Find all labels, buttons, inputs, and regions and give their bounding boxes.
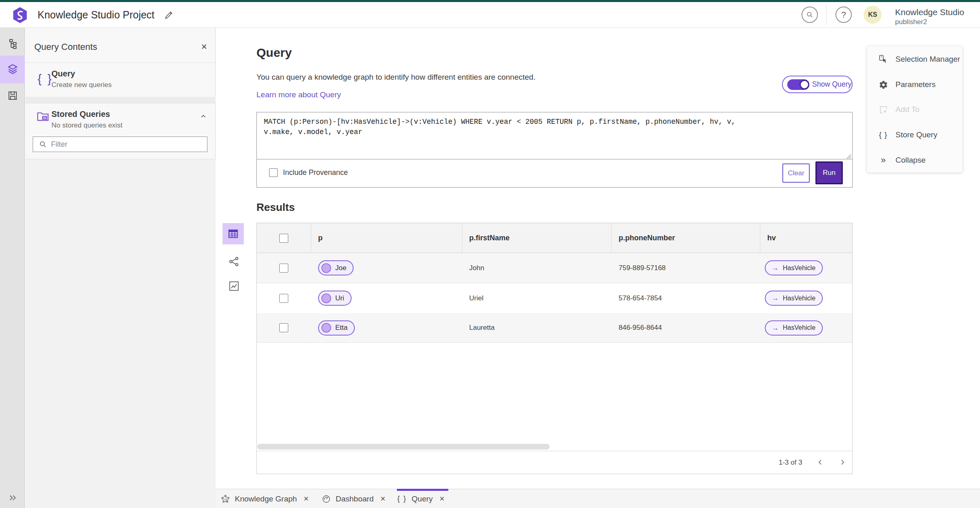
expand-panel-button[interactable]	[0, 493, 25, 502]
network-icon	[228, 256, 240, 267]
include-provenance-label: Include Provenance	[283, 168, 348, 177]
results-heading: Results	[256, 201, 295, 214]
hasvehicle-pill[interactable]: →HasVehicle	[765, 320, 823, 336]
column-header-firstname[interactable]: p.firstName	[469, 223, 510, 253]
filter-input[interactable]	[51, 140, 198, 149]
add-to-icon	[878, 104, 889, 115]
next-page-button[interactable]	[835, 455, 850, 470]
row-checkbox[interactable]	[279, 313, 288, 342]
query-page-title: Query	[256, 46, 292, 60]
arrow-right-icon: →	[771, 324, 779, 332]
table-row[interactable]: Etta Lauretta 846-956-8644 →HasVehicle	[257, 313, 852, 343]
toggle-knob	[800, 80, 809, 90]
close-tab-icon[interactable]: ✕	[303, 495, 309, 503]
panel-item-stored-queries[interactable]: Stored Queries No stored queries exist	[25, 103, 216, 131]
knowledge-studio-app: Knowledge Studio Project ? KS Knowledge …	[0, 0, 980, 508]
search-icon	[806, 11, 814, 19]
hierarchy-icon	[7, 39, 18, 50]
arrow-right-icon: →	[771, 294, 779, 302]
arrow-right-icon: →	[771, 264, 779, 272]
knowledge-graph-icon	[221, 495, 230, 504]
store-query-item[interactable]: { } Store Query	[867, 125, 962, 145]
learn-more-link[interactable]: Learn more about Query	[256, 90, 341, 99]
help-button[interactable]: ?	[835, 7, 852, 23]
project-title: Knowledge Studio Project	[38, 2, 154, 28]
edit-title-icon[interactable]	[163, 10, 174, 20]
page-range: 1-3 of 3	[779, 459, 802, 467]
panel-item-query-title: Query	[51, 69, 75, 78]
close-tab-icon[interactable]: ✕	[380, 495, 385, 503]
hasvehicle-pill[interactable]: →HasVehicle	[765, 291, 823, 306]
hasvehicle-pill[interactable]: →HasVehicle	[765, 260, 823, 275]
query-main-area: Query You can query a knowledge graph to…	[216, 28, 980, 489]
collapse-item[interactable]: » Collapse	[867, 150, 962, 170]
resize-grip-icon[interactable]	[846, 154, 851, 159]
view-chart-button[interactable]	[228, 280, 240, 292]
chevron-up-icon[interactable]	[199, 112, 208, 121]
person-pill[interactable]: Joe	[318, 260, 354, 275]
dashboard-icon	[322, 495, 331, 504]
query-textarea[interactable]: MATCH (p:Person)-[hv:HasVehicle]->(v:Veh…	[264, 117, 845, 137]
horizontal-scrollbar[interactable]	[257, 444, 550, 450]
person-pill[interactable]: Uri	[318, 291, 352, 306]
tab-dashboard[interactable]: Dashboard ✕	[322, 489, 385, 508]
node-dot-icon	[321, 323, 331, 333]
rail-save-button[interactable]	[0, 85, 25, 106]
divider	[257, 159, 852, 159]
node-dot-icon	[321, 263, 331, 273]
tab-query[interactable]: { } Query ✕	[397, 489, 445, 508]
query-description: You can query a knowledge graph to ident…	[256, 73, 535, 82]
column-header-p[interactable]: p	[318, 223, 323, 253]
search-button[interactable]	[802, 7, 818, 23]
chevron-right-icon	[839, 459, 846, 466]
panel-item-stored-subtitle: No stored queries exist	[51, 121, 122, 130]
app-header: Knowledge Studio Project ? KS Knowledge …	[0, 2, 980, 28]
clear-button[interactable]: Clear	[782, 163, 810, 183]
avatar[interactable]: KS	[864, 6, 882, 24]
panel-item-stored-title: Stored Queries	[51, 110, 110, 119]
view-network-button[interactable]	[228, 256, 240, 267]
row-checkbox[interactable]	[279, 283, 288, 313]
run-button[interactable]: Run	[815, 161, 843, 184]
view-table-button[interactable]	[223, 223, 244, 244]
pagination-bar: 1-3 of 3	[257, 451, 852, 474]
select-all-checkbox[interactable]	[279, 223, 288, 253]
show-query-toggle[interactable]: Show Query	[782, 76, 853, 93]
prev-page-button[interactable]	[813, 455, 828, 470]
parameters-item[interactable]: Parameters	[867, 75, 962, 94]
rail-hierarchy-button[interactable]	[0, 34, 25, 55]
column-header-hv[interactable]: hv	[767, 223, 776, 253]
person-pill[interactable]: Etta	[318, 320, 355, 336]
search-icon	[39, 140, 47, 148]
results-table: p p.firstName p.phoneNumber hv Joe John …	[256, 223, 853, 474]
cell-firstname: John	[469, 253, 484, 283]
header-divider	[826, 5, 826, 25]
column-header-phonenumber[interactable]: p.phoneNumber	[619, 223, 675, 253]
include-provenance-checkbox[interactable]	[269, 168, 278, 177]
toggle-track[interactable]	[787, 79, 809, 90]
rail-layers-button[interactable]	[0, 59, 25, 80]
cell-firstname: Uriel	[469, 283, 483, 313]
table-icon	[227, 228, 239, 239]
query-editor-box: MATCH (p:Person)-[hv:HasVehicle]->(v:Veh…	[256, 112, 853, 188]
braces-icon: { }	[397, 495, 407, 503]
bottom-tab-bar: Knowledge Graph ✕ Dashboard ✕ { } Query …	[216, 489, 980, 508]
tab-knowledge-graph[interactable]: Knowledge Graph ✕	[221, 489, 309, 508]
panel-gap	[25, 97, 216, 103]
panel-item-query-subtitle: Create new queries	[51, 81, 111, 89]
selection-manager-item[interactable]: Selection Manager	[867, 49, 962, 69]
stored-queries-folder-icon	[35, 109, 51, 123]
filter-field[interactable]	[33, 137, 207, 152]
table-row[interactable]: Joe John 759-889-57168 →HasVehicle	[257, 253, 852, 283]
panel-item-query[interactable]: { } Query Create new queries	[25, 63, 216, 97]
node-dot-icon	[321, 293, 331, 303]
account-user: publisher2	[895, 18, 927, 26]
close-tab-icon[interactable]: ✕	[439, 495, 445, 503]
row-checkbox[interactable]	[279, 253, 288, 283]
gear-icon	[878, 79, 889, 90]
selection-manager-icon	[878, 54, 889, 65]
panel-close-button[interactable]: ✕	[199, 41, 209, 52]
cell-phone: 578-654-7854	[619, 283, 662, 313]
table-row[interactable]: Uri Uriel 578-654-7854 →HasVehicle	[257, 283, 852, 313]
cell-firstname: Lauretta	[469, 313, 494, 342]
